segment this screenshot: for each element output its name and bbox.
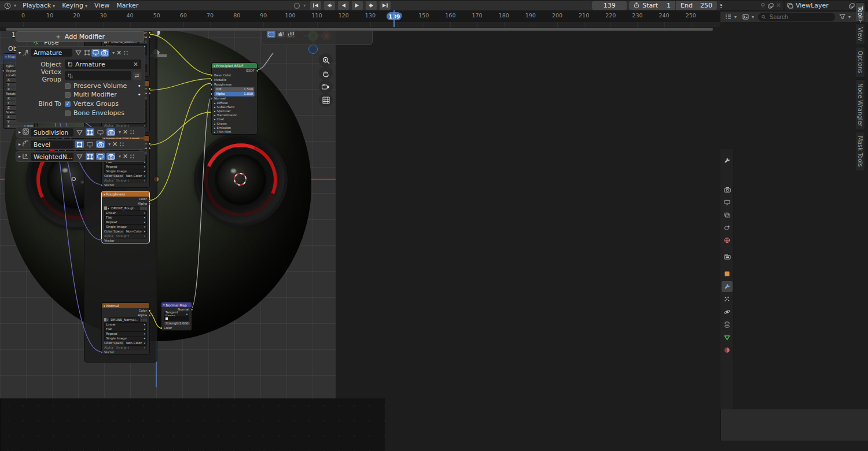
prev-keyframe-button[interactable]	[324, 1, 335, 10]
timeline-channels[interactable]	[0, 22, 720, 27]
close-icon: ✕	[776, 2, 781, 9]
ruler-tick-110: 110	[312, 12, 322, 19]
filter-image-button[interactable]: ▾	[741, 13, 756, 21]
properties-tab-collection[interactable]	[722, 251, 733, 262]
outliner-header: ▾ ▾ ▾	[720, 11, 868, 22]
ruler-tick-10: 10	[46, 12, 53, 19]
timeline-editor-type-button[interactable]: ▾	[2, 1, 18, 10]
filter-button[interactable]: ▾	[837, 13, 852, 21]
ruler-tick-160: 160	[445, 12, 455, 19]
auto-key-toggle[interactable]: ▾	[292, 1, 307, 10]
viewlayer-icon	[787, 3, 793, 9]
timeline-scrollbar[interactable]	[6, 28, 713, 31]
ruler-tick-90: 90	[260, 12, 267, 19]
search-icon	[762, 14, 766, 20]
ruler-tick-180: 180	[499, 12, 509, 19]
blender-window: File Edit Render Window Help LayoutModel…	[0, 0, 868, 451]
timeline-scroll-track[interactable]	[0, 27, 720, 31]
tl-menu-view[interactable]: View	[92, 2, 112, 9]
ruler-tick-40: 40	[127, 12, 134, 19]
properties-tab-modifiers[interactable]	[722, 281, 733, 292]
properties-tab-render[interactable]	[722, 184, 733, 195]
properties-tab-scene[interactable]	[722, 222, 733, 233]
ruler-tick-30: 30	[100, 12, 106, 19]
ruler-tick-230: 230	[632, 12, 642, 19]
frame-range-start-field[interactable]: Start1	[629, 1, 675, 10]
play-button[interactable]	[352, 1, 363, 10]
ruler-tick-60: 60	[180, 12, 187, 19]
tl-menu-marker[interactable]: Marker	[114, 2, 141, 9]
ruler-tick-50: 50	[153, 12, 160, 19]
ruler-tick-210: 210	[579, 12, 589, 19]
properties-tab-particles[interactable]	[722, 294, 733, 305]
next-keyframe-button[interactable]	[366, 1, 377, 10]
ruler-tick-150: 150	[418, 12, 429, 19]
ruler-tick-200: 200	[552, 12, 562, 19]
play-reverse-button[interactable]	[338, 1, 349, 10]
ruler-tick-240: 240	[659, 12, 670, 19]
properties-tab-view-layer[interactable]	[722, 209, 733, 220]
properties-tab-output[interactable]	[722, 197, 733, 208]
jump-to-end-button[interactable]	[380, 1, 391, 10]
properties-tab-world[interactable]	[722, 235, 733, 246]
ruler-tick-220: 220	[605, 12, 616, 19]
ruler-tick-190: 190	[525, 12, 536, 19]
ruler-tick-100: 100	[285, 12, 295, 19]
ruler-tick-70: 70	[207, 12, 214, 19]
copy-icon[interactable]	[849, 3, 855, 9]
tl-menu-playback[interactable]: Playback▾	[20, 2, 57, 9]
properties-tab-tool[interactable]	[722, 155, 733, 166]
ruler-tick-20: 20	[73, 12, 80, 19]
pin-icon[interactable]	[760, 3, 766, 9]
copy-icon[interactable]	[768, 3, 774, 9]
properties-tab-material[interactable]	[722, 345, 733, 356]
frame-range-end-field[interactable]: End250	[676, 1, 717, 10]
display-mode-button[interactable]: ▾	[723, 13, 738, 21]
viewlayer-selector[interactable]: ViewLayer ✕	[785, 1, 865, 10]
properties-tab-object[interactable]	[722, 268, 733, 279]
tl-menu-keying[interactable]: Keying▾	[60, 2, 90, 9]
ruler-tick-250: 250	[686, 12, 696, 19]
outliner-search-input[interactable]	[768, 13, 832, 21]
ruler-tick-0: 0	[21, 12, 25, 19]
properties-tab-object-data[interactable]	[722, 332, 733, 343]
jump-to-start-button[interactable]	[310, 1, 321, 10]
timeline-header: ▾ Playback▾ Keying▾ View Marker ▾ 139 St…	[0, 0, 720, 10]
outliner-search[interactable]	[758, 13, 835, 21]
shader-editor[interactable]: Textures › Drone›	[0, 398, 385, 451]
ruler-tick-80: 80	[233, 12, 240, 19]
properties-tab-physics[interactable]	[722, 306, 733, 317]
playhead[interactable]	[393, 10, 395, 27]
properties-tab-constraints[interactable]	[722, 319, 733, 330]
ruler-tick-120: 120	[339, 12, 349, 19]
ruler-tick-170: 170	[472, 12, 482, 19]
properties-tab-strip	[720, 149, 734, 441]
current-frame-field[interactable]: 139	[592, 1, 627, 10]
timeline-ruler[interactable]: 0102030405060708090100110120130140150160…	[0, 10, 720, 22]
properties-editor-footer	[720, 409, 868, 441]
ruler-tick-130: 130	[365, 12, 376, 19]
